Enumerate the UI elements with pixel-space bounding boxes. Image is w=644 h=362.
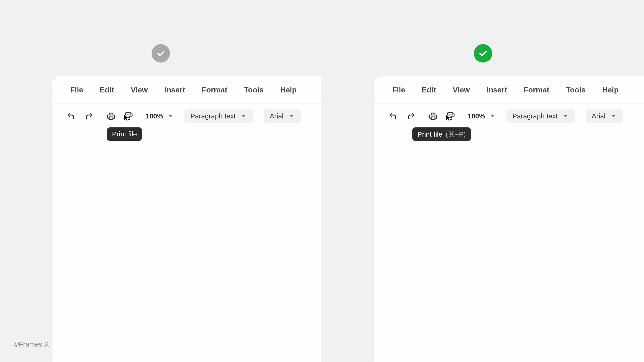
chevron-down-icon	[167, 113, 174, 119]
menu-format[interactable]: Format	[524, 86, 550, 94]
menu-help[interactable]: Help	[280, 86, 297, 94]
undo-icon	[388, 112, 398, 121]
zoom-value: 100%	[146, 112, 163, 120]
print-icon	[428, 112, 438, 121]
toolbar: 100% Paragraph text Arial Print file	[52, 104, 322, 129]
comparison-split: File Edit View Insert Format Tools Help	[0, 0, 644, 362]
tooltip: Print file (⌘+P)	[412, 128, 471, 141]
chevron-down-icon	[489, 113, 496, 119]
chevron-down-icon	[288, 113, 295, 119]
example-panel-right: File Edit View Insert Format Tools Help	[322, 0, 644, 362]
svg-rect-3	[431, 117, 435, 120]
print-button[interactable]	[428, 110, 438, 122]
app-window: File Edit View Insert Format Tools Help	[52, 76, 322, 362]
check-icon	[156, 48, 166, 58]
tooltip-label: Print file	[418, 130, 442, 138]
style-select-label: Paragraph text	[512, 112, 558, 120]
font-select[interactable]: Arial	[264, 109, 300, 123]
menu-file[interactable]: File	[70, 86, 83, 94]
undo-button[interactable]	[66, 110, 76, 122]
check-icon	[478, 48, 488, 58]
tooltip-shortcut: (⌘+P)	[446, 130, 466, 138]
print-button[interactable]	[106, 110, 116, 122]
paint-format-button[interactable]	[124, 110, 134, 122]
print-icon	[106, 112, 116, 121]
style-select-label: Paragraph text	[190, 112, 236, 120]
svg-rect-4	[448, 113, 453, 115]
menu-help[interactable]: Help	[602, 86, 619, 94]
svg-rect-0	[109, 117, 113, 120]
chevron-down-icon	[610, 113, 617, 119]
menu-file[interactable]: File	[392, 86, 405, 94]
undo-button[interactable]	[388, 110, 398, 122]
menubar: File Edit View Insert Format Tools Help	[374, 76, 644, 104]
paint-roller-icon	[446, 112, 456, 121]
tooltip-label: Print file	[112, 130, 137, 138]
zoom-dropdown[interactable]: 100%	[468, 112, 496, 120]
menu-edit[interactable]: Edit	[422, 86, 436, 94]
attribution-text: ©Frames X	[14, 340, 49, 348]
font-select-label: Arial	[592, 112, 606, 120]
svg-rect-5	[450, 117, 452, 120]
svg-rect-2	[128, 117, 130, 120]
app-window: File Edit View Insert Format Tools Help	[374, 76, 644, 362]
menu-tools[interactable]: Tools	[244, 86, 264, 94]
menu-edit[interactable]: Edit	[100, 86, 114, 94]
status-badge-neutral	[152, 44, 170, 62]
font-select-label: Arial	[270, 112, 284, 120]
svg-rect-1	[126, 113, 131, 115]
menubar: File Edit View Insert Format Tools Help	[52, 76, 322, 104]
undo-icon	[66, 112, 76, 121]
chevron-down-icon	[562, 113, 569, 119]
paint-roller-icon	[124, 112, 134, 121]
menu-insert[interactable]: Insert	[164, 86, 185, 94]
example-panel-left: File Edit View Insert Format Tools Help	[0, 0, 322, 362]
redo-button[interactable]	[84, 110, 94, 122]
style-select[interactable]: Paragraph text	[506, 109, 575, 123]
menu-view[interactable]: View	[453, 86, 470, 94]
redo-icon	[406, 112, 416, 121]
redo-icon	[84, 112, 94, 121]
style-select[interactable]: Paragraph text	[184, 109, 253, 123]
redo-button[interactable]	[406, 110, 416, 122]
toolbar: 100% Paragraph text Arial Print file (⌘+…	[374, 104, 644, 129]
status-badge-good	[474, 44, 492, 62]
zoom-dropdown[interactable]: 100%	[146, 112, 174, 120]
paint-format-button[interactable]	[446, 110, 456, 122]
menu-format[interactable]: Format	[202, 86, 228, 94]
font-select[interactable]: Arial	[586, 109, 622, 123]
zoom-value: 100%	[468, 112, 485, 120]
menu-tools[interactable]: Tools	[566, 86, 586, 94]
tooltip: Print file	[107, 128, 142, 141]
menu-insert[interactable]: Insert	[486, 86, 507, 94]
menu-view[interactable]: View	[131, 86, 148, 94]
chevron-down-icon	[240, 113, 247, 119]
